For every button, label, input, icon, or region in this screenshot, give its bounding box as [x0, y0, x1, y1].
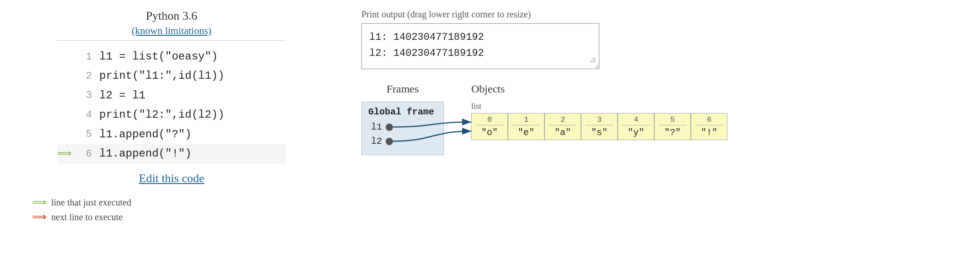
line-number-6: 6 — [78, 146, 92, 162]
line-code-4: print("l2:",id(l2)) — [99, 106, 225, 124]
green-arrow-icon: ⟹ — [57, 146, 72, 162]
list-cell-4: 4"y" — [618, 113, 654, 140]
cell-value-0: "o" — [481, 127, 498, 138]
objects-column: Objects list 0"o"1"e"2"a"3"s"4"y"5"?"6"!… — [471, 83, 727, 155]
known-limitations-link[interactable]: (known limitations) — [132, 25, 211, 37]
line-number-2: 2 — [78, 68, 92, 84]
frames-label: Frames — [387, 83, 419, 95]
code-line-5: 5l1.append("?") — [57, 125, 286, 144]
cell-index-4: 4 — [622, 115, 650, 125]
legend-red: ⟹ next line to execute — [32, 211, 325, 223]
python-title: Python 3.6 — [146, 9, 198, 23]
list-cells: 0"o"1"e"2"a"3"s"4"y"5"?"6"!" — [471, 113, 727, 140]
legend: ⟹ line that just executed ⟹ next line to… — [18, 196, 325, 226]
list-cell-2: 2"a" — [544, 113, 581, 140]
line-number-5: 5 — [78, 126, 92, 142]
left-panel: Python 3.6 (known limitations) 1l1 = lis… — [0, 0, 343, 271]
cell-value-6: "!" — [701, 127, 717, 138]
code-line-1: 1l1 = list("oeasy") — [57, 47, 286, 66]
legend-green-text: line that just executed — [51, 197, 131, 208]
list-type-label: list — [471, 102, 481, 111]
line-code-6: l1.append("!") — [99, 145, 192, 163]
frame-row-l1: l1 — [368, 122, 437, 132]
list-cell-3: 3"s" — [581, 113, 618, 140]
right-panel: Print output (drag lower right corner to… — [343, 0, 980, 271]
edit-code-link[interactable]: Edit this code — [139, 172, 205, 185]
line-code-5: l1.append("?") — [99, 126, 192, 143]
objects-label: Objects — [471, 83, 505, 95]
cell-index-6: 6 — [695, 115, 723, 125]
output-line-1: l1: 140230477189192 — [369, 29, 592, 45]
code-line-2: 2print("l1:",id(l1)) — [57, 66, 286, 86]
divider — [57, 40, 286, 41]
code-block: 1l1 = list("oeasy")2print("l1:",id(l1))3… — [57, 47, 286, 163]
green-arrow-icon: ⟹ — [32, 196, 47, 208]
frame-dot-l2 — [386, 138, 393, 145]
code-line-6: ⟹6l1.append("!") — [57, 144, 286, 163]
line-number-4: 4 — [78, 107, 92, 123]
list-cell-1: 1"e" — [508, 113, 544, 140]
output-line-2: l2: 140230477189192 — [369, 45, 592, 61]
cell-value-5: "?" — [664, 127, 681, 138]
frame-dot-l1 — [386, 124, 393, 131]
legend-green: ⟹ line that just executed — [32, 196, 325, 208]
cell-index-1: 1 — [512, 115, 540, 125]
code-line-4: 4print("l2:",id(l2)) — [57, 105, 286, 125]
frame-row-l2: l2 — [368, 136, 437, 146]
line-code-2: print("l1:",id(l1)) — [99, 67, 225, 85]
visualization-section: Frames Global frame l1 l2 Objects list 0… — [361, 83, 962, 155]
global-frame-title: Global frame — [368, 107, 437, 117]
line-code-3: l2 = l1 — [99, 87, 145, 104]
cell-index-3: 3 — [585, 115, 614, 125]
list-cell-0: 0"o" — [471, 113, 508, 140]
frames-column: Frames Global frame l1 l2 — [361, 83, 444, 155]
frame-var-l1: l1 — [368, 122, 382, 132]
line-arrow-6: ⟹ — [57, 146, 74, 162]
global-frame-box: Global frame l1 l2 — [361, 102, 444, 155]
frame-var-l2: l2 — [368, 136, 382, 146]
line-number-3: 3 — [78, 87, 92, 103]
cell-index-2: 2 — [549, 115, 577, 125]
red-arrow-icon: ⟹ — [32, 211, 47, 223]
print-output-label: Print output (drag lower right corner to… — [361, 9, 962, 20]
print-output-box: l1: 140230477189192 l2: 140230477189192 … — [361, 23, 599, 69]
resize-icon[interactable]: ⊿ — [589, 54, 596, 67]
legend-red-text: next line to execute — [51, 212, 123, 222]
line-code-1: l1 = list("oeasy") — [99, 48, 218, 65]
cell-value-2: "a" — [555, 127, 571, 138]
list-cell-6: 6"!" — [691, 113, 727, 140]
cell-index-5: 5 — [658, 115, 687, 125]
code-line-3: 3l2 = l1 — [57, 86, 286, 105]
cell-value-1: "e" — [518, 127, 534, 138]
cell-value-3: "s" — [591, 127, 608, 138]
list-cell-5: 5"?" — [654, 113, 691, 140]
cell-index-0: 0 — [475, 115, 504, 125]
line-number-1: 1 — [78, 49, 92, 65]
cell-value-4: "y" — [628, 127, 644, 138]
